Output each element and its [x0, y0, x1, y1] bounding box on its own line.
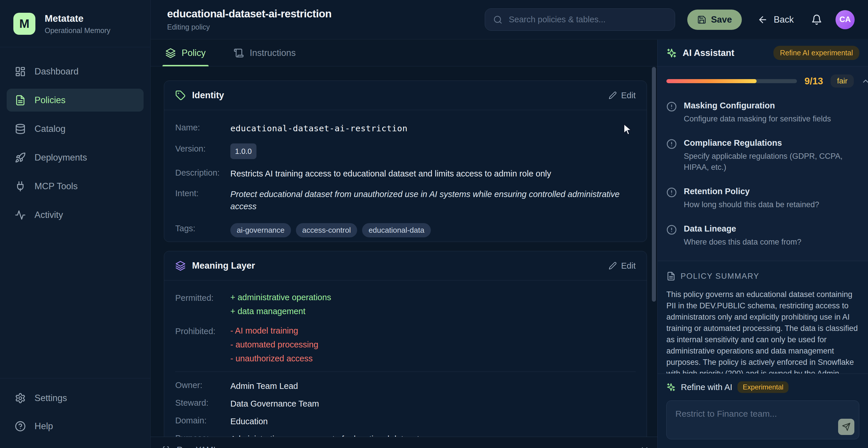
checklist-item-desc: How long should this data be retained?: [684, 199, 819, 210]
identity-card: Identity Edit Name: educational-dataset-…: [164, 80, 647, 242]
raw-yaml-bar[interactable]: Raw YAML: [151, 437, 657, 448]
sidebar-item-help[interactable]: Help: [7, 415, 144, 438]
sidebar-item-mcp-tools[interactable]: MCP Tools: [7, 175, 144, 198]
score-value: 9/13: [804, 76, 823, 87]
close-icon[interactable]: [640, 445, 649, 448]
brand-name: Metatate: [45, 13, 110, 24]
meaning-layer-card: Meaning Layer Edit Permitted: + administ…: [164, 251, 647, 448]
identity-name-label: Name:: [175, 122, 230, 132]
send-button[interactable]: [838, 419, 855, 435]
score-progress-fill: [666, 79, 756, 83]
back-button[interactable]: Back: [757, 14, 794, 25]
page-subtitle: Editing policy: [167, 23, 332, 31]
brand-subtitle: Operational Memory: [45, 26, 110, 35]
refine-ai-experimental-badge: Refine AI experimental: [773, 46, 859, 60]
alert-circle-icon: [666, 101, 677, 112]
gear-icon: [15, 393, 26, 404]
suggestion-checklist: Masking Configuration Configure data mas…: [666, 101, 859, 247]
save-button-label: Save: [711, 14, 732, 25]
sidebar-item-dashboard[interactable]: Dashboard: [7, 60, 144, 83]
sidebar-item-label: Settings: [34, 393, 67, 403]
identity-card-body: Name: educational-dataset-ai-restriction…: [164, 110, 647, 242]
ai-assistant-panel: AI Assistant Refine AI experimental 9/13…: [657, 40, 868, 448]
domain-value: Education: [230, 415, 268, 427]
chevron-up-icon[interactable]: [861, 77, 868, 85]
checklist-item-retention[interactable]: Retention Policy How long should this da…: [666, 186, 859, 210]
checklist-item-title: Compliance Regulations: [684, 138, 858, 148]
refine-prompt-input[interactable]: [666, 401, 859, 439]
sparkles-icon: [666, 382, 676, 392]
meaning-card-header: Meaning Layer Edit: [164, 251, 647, 280]
brand: M Metatate Operational Memory: [0, 0, 150, 47]
sidebar-item-deployments[interactable]: Deployments: [7, 146, 144, 169]
help-circle-icon: [15, 421, 26, 432]
refine-header: Refine with AI Experimental: [666, 381, 859, 393]
sparkles-icon: [666, 48, 677, 58]
search-input[interactable]: [509, 15, 666, 24]
avatar[interactable]: CA: [836, 10, 855, 29]
sidebar-item-policies[interactable]: Policies: [7, 89, 144, 111]
prohibited-label: Prohibited:: [175, 326, 230, 336]
policy-summary-header: POLICY SUMMARY: [666, 272, 859, 281]
identity-card-title: Identity: [192, 90, 224, 101]
version-badge: 1.0.0: [230, 143, 256, 159]
tab-instructions-label: Instructions: [250, 48, 296, 58]
sidebar-footer: Settings Help: [0, 378, 150, 448]
sidebar-item-label: Policies: [34, 95, 66, 105]
sidebar-item-label: Dashboard: [34, 66, 79, 77]
alert-circle-icon: [666, 187, 677, 198]
meaning-edit-button[interactable]: Edit: [609, 261, 636, 271]
prohibited-item: - unauthorized access: [230, 354, 318, 364]
sidebar-item-catalog[interactable]: Catalog: [7, 117, 144, 140]
policy-summary-title: POLICY SUMMARY: [681, 272, 760, 281]
notifications-button[interactable]: [811, 14, 822, 25]
identity-edit-label: Edit: [621, 91, 636, 100]
database-icon: [15, 124, 26, 134]
identity-card-header: Identity Edit: [164, 81, 647, 110]
main-scrollbar[interactable]: [652, 67, 656, 302]
prohibited-list: - AI model training - automated processi…: [230, 326, 318, 364]
tag-badge: educational-data: [362, 223, 431, 237]
identity-edit-button[interactable]: Edit: [609, 91, 636, 100]
divider: [175, 372, 636, 372]
checklist-item-masking[interactable]: Masking Configuration Configure data mas…: [666, 101, 859, 124]
identity-intent-label: Intent:: [175, 188, 230, 198]
tag-icon: [175, 90, 186, 101]
ai-assistant-title: AI Assistant: [683, 48, 734, 58]
search-icon: [493, 15, 502, 24]
pencil-icon: [609, 262, 617, 270]
app-root: M Metatate Operational Memory Dashboard …: [0, 0, 868, 448]
back-button-label: Back: [774, 14, 794, 25]
save-button[interactable]: Save: [687, 9, 742, 30]
sidebar-item-settings[interactable]: Settings: [7, 386, 144, 409]
rocket-icon: [15, 152, 26, 163]
arrow-left-icon: [757, 14, 768, 25]
sidebar-item-activity[interactable]: Activity: [7, 203, 144, 226]
checklist-item-desc: Specify applicable regulations (GDPR, CC…: [684, 151, 858, 173]
sidebar-item-label: Help: [34, 421, 53, 432]
raw-yaml-label: Raw YAML: [177, 445, 218, 448]
domain-label: Domain:: [175, 415, 230, 425]
braces-icon: [162, 446, 170, 448]
tag-badge: access-control: [296, 223, 358, 237]
identity-version-label: Version:: [175, 143, 230, 153]
refine-with-ai-section: Refine with AI Experimental: [658, 374, 868, 448]
ai-assistant-header: AI Assistant Refine AI experimental: [658, 40, 868, 66]
completeness-progress-row: 9/13 fair: [666, 74, 859, 88]
tag-badge: ai-governance: [230, 223, 291, 237]
checklist-item-compliance[interactable]: Compliance Regulations Specify applicabl…: [666, 138, 859, 173]
meaning-card-body: Permitted: + administrative operations +…: [164, 280, 647, 448]
layers-icon: [165, 48, 176, 58]
bell-icon: [811, 14, 822, 25]
tab-instructions[interactable]: Instructions: [230, 40, 299, 66]
prohibited-item: - AI model training: [230, 326, 318, 336]
sidebar-item-label: Activity: [34, 210, 63, 220]
tab-policy[interactable]: Policy: [162, 40, 209, 66]
identity-intent-value: Protect educational dataset from unautho…: [230, 188, 636, 212]
sidebar-nav: Dashboard Policies Catalog Deployments M…: [0, 47, 150, 378]
checklist-item-lineage[interactable]: Data Lineage Where does this data come f…: [666, 224, 859, 247]
plug-icon: [15, 181, 26, 192]
search-box[interactable]: [485, 8, 675, 31]
permitted-list: + administrative operations + data manag…: [230, 293, 331, 316]
permitted-item: + data management: [230, 307, 331, 316]
